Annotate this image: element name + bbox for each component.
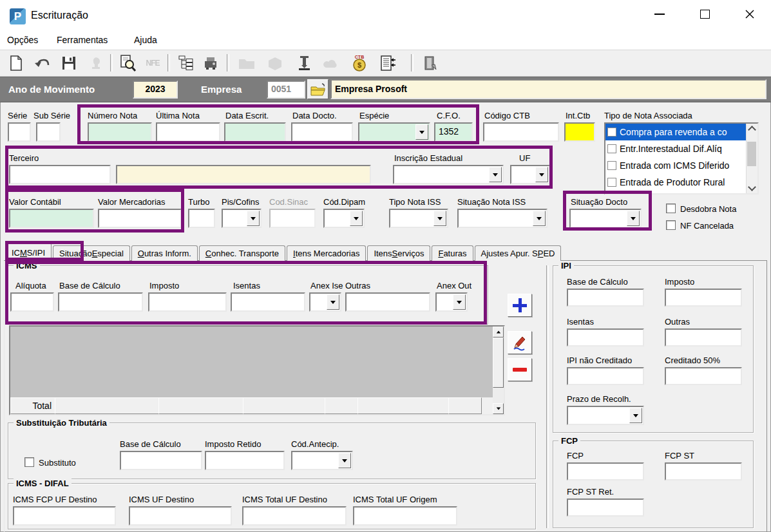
add-icms-row-button[interactable]: [508, 294, 532, 317]
situacao-nota-iss-select[interactable]: [457, 209, 547, 228]
dropdown-button[interactable]: [629, 408, 642, 423]
tab-conhec-transporte[interactable]: Conhec. Transporte: [199, 245, 285, 261]
valor-mercadorias-field[interactable]: [98, 209, 182, 228]
icms-grid[interactable]: Total: [9, 325, 505, 415]
icms-outras-field[interactable]: [345, 292, 430, 312]
desdobra-nota-checkbox[interactable]: [666, 204, 676, 213]
menu-ferramentas[interactable]: Ferramentas: [57, 35, 108, 45]
nf-cancelada-checkbox[interactable]: [666, 220, 676, 230]
year-field[interactable]: 2023: [133, 81, 178, 99]
inscricao-estadual-select[interactable]: [393, 165, 504, 184]
tipo-nota-item[interactable]: Entrada com ICMS Diferido: [605, 157, 747, 174]
company-code-field[interactable]: 0051: [267, 81, 305, 99]
dropdown-button[interactable]: [338, 453, 351, 468]
menu-ajuda[interactable]: Ajuda: [134, 35, 157, 45]
print-preview-icon[interactable]: [117, 53, 139, 73]
cod-antecip-select[interactable]: [291, 451, 353, 470]
save-icon[interactable]: [58, 53, 80, 73]
ipi-isentas-field[interactable]: [567, 328, 644, 347]
dropdown-button[interactable]: [415, 124, 428, 140]
tipo-nota-item[interactable]: Compra para revenda a co: [605, 124, 747, 140]
new-document-icon[interactable]: [5, 53, 27, 73]
minimize-button[interactable]: [646, 4, 673, 24]
icms-imposto-field[interactable]: [148, 292, 227, 312]
open-company-button[interactable]: [307, 79, 328, 99]
grid-scrollbar[interactable]: [493, 327, 504, 414]
fcp-field[interactable]: [567, 462, 644, 480]
maximize-button[interactable]: [691, 4, 718, 24]
report-icon[interactable]: [377, 53, 399, 73]
situacao-docto-select[interactable]: [569, 209, 642, 228]
ultima-nota-field[interactable]: [156, 122, 220, 142]
uf-select[interactable]: [510, 165, 550, 184]
listbox-scrollbar[interactable]: [746, 124, 757, 193]
menu-opcoes[interactable]: Opções: [7, 35, 38, 45]
tab-outras-inform[interactable]: Outras Inform.: [131, 245, 198, 261]
fcp-st-ret-field[interactable]: [567, 499, 644, 517]
st-base-field[interactable]: [120, 451, 202, 470]
edit-icms-row-button[interactable]: [508, 331, 532, 354]
substituto-checkbox[interactable]: [24, 457, 34, 467]
delete-icms-row-button[interactable]: [508, 358, 532, 381]
int-ctb-field[interactable]: [564, 122, 595, 142]
dropdown-button[interactable]: [489, 167, 502, 182]
turbo-field[interactable]: [188, 209, 215, 228]
codigo-ctb-field[interactable]: [483, 122, 559, 142]
prazo-recolh-select[interactable]: [567, 406, 644, 425]
numero-nota-field[interactable]: [88, 122, 152, 142]
tipo-nota-item[interactable]: Entr.Interestadual Dif.Alíq: [605, 140, 747, 157]
aliquota-field[interactable]: [10, 292, 54, 312]
undo-icon[interactable]: [31, 53, 53, 73]
difal-fcp-uf-destino-field[interactable]: [13, 506, 116, 526]
scroll-down-button[interactable]: [493, 403, 504, 414]
ctb-coin-icon[interactable]: CTB $: [348, 53, 370, 73]
ipi-outras-field[interactable]: [665, 328, 742, 347]
tipo-nota-listbox[interactable]: Compra para revenda a coEntr.Interestadu…: [604, 122, 759, 195]
dropdown-button[interactable]: [247, 211, 260, 226]
tab-faturas[interactable]: Faturas: [432, 245, 473, 261]
data-escrit-field[interactable]: [224, 122, 286, 142]
tab-situacao-especial[interactable]: Situação Especial: [53, 245, 130, 261]
fcp-st-field[interactable]: [665, 462, 742, 480]
dropdown-button[interactable]: [533, 211, 546, 226]
clamp-icon[interactable]: [293, 53, 315, 73]
scroll-up-icon[interactable]: [748, 126, 756, 134]
dropdown-button[interactable]: [433, 211, 446, 226]
ipi-base-field[interactable]: [567, 289, 644, 307]
icms-base-field[interactable]: [58, 292, 143, 312]
icms-grid-body[interactable]: [10, 327, 493, 397]
anex-out-select[interactable]: [435, 292, 468, 312]
dropdown-button[interactable]: [327, 294, 339, 310]
valor-contabil-field[interactable]: [9, 209, 94, 228]
register-icon[interactable]: [200, 53, 222, 73]
exit-icon[interactable]: [419, 53, 441, 73]
item-checkbox[interactable]: [607, 178, 616, 187]
scrollbar-thumb[interactable]: [493, 337, 504, 388]
item-checkbox[interactable]: [607, 161, 616, 170]
terceiro-name-field[interactable]: [116, 165, 371, 184]
ipi-imposto-field[interactable]: [665, 289, 742, 307]
especie-select[interactable]: [358, 122, 430, 142]
tab-itens-mercadorias[interactable]: Itens Mercadorias: [287, 245, 366, 261]
imposto-retido-field[interactable]: [205, 451, 285, 470]
scrollbar-thumb[interactable]: [747, 142, 756, 166]
sub-serie-field[interactable]: [36, 122, 61, 142]
difal-uf-destino-field[interactable]: [129, 506, 232, 526]
dropdown-button[interactable]: [535, 167, 548, 182]
difal-total-uf-origem-field[interactable]: [353, 506, 457, 526]
cfo-field[interactable]: 1352: [434, 122, 473, 142]
cod-dipam-select[interactable]: [323, 209, 365, 228]
dropdown-button[interactable]: [627, 211, 640, 226]
tab-icms-ipi[interactable]: ICMS/IPI: [5, 243, 52, 261]
tipo-nota-iss-select[interactable]: [389, 209, 448, 228]
terceiro-code-field[interactable]: [9, 165, 111, 184]
item-checkbox[interactable]: [607, 144, 616, 153]
tab-ajustes-apur-sped[interactable]: Ajustes Apur. SPED: [475, 245, 562, 261]
dropdown-button[interactable]: [453, 294, 466, 310]
dropdown-button[interactable]: [350, 211, 363, 226]
scroll-down-icon[interactable]: [748, 183, 756, 191]
tipo-nota-item[interactable]: Entrada de Produtor Rural: [605, 174, 747, 191]
anex-ise-select[interactable]: [309, 292, 341, 312]
close-button[interactable]: [736, 4, 763, 24]
difal-total-uf-destino-field[interactable]: [242, 506, 347, 526]
